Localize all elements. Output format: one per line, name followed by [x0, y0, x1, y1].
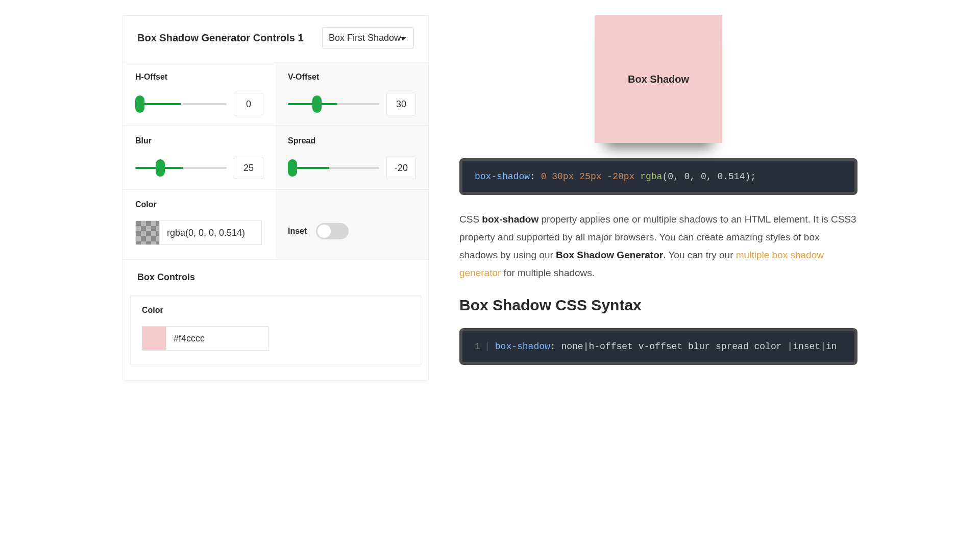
box-color-label: Color [142, 306, 409, 315]
inset-label: Inset [288, 227, 307, 236]
shadow-color-input[interactable] [160, 220, 262, 245]
h-offset-label: H-Offset [135, 72, 263, 82]
v-offset-control: V-Offset [276, 62, 428, 126]
preview-box: Box Shadow [595, 15, 722, 143]
blur-label: Blur [135, 136, 263, 145]
shadow-color-swatch[interactable] [135, 220, 160, 245]
v-offset-slider[interactable] [288, 103, 379, 105]
blur-control: Blur [123, 126, 276, 190]
blur-slider[interactable] [135, 167, 227, 169]
spread-label: Spread [288, 136, 416, 145]
spread-slider[interactable] [288, 167, 379, 169]
box-controls-title: Box Controls [123, 260, 428, 288]
h-offset-control: H-Offset [123, 62, 276, 126]
blur-value[interactable] [234, 157, 263, 179]
h-offset-slider[interactable] [135, 103, 227, 105]
syntax-code: 1box-shadow: none|h-offset v-offset blur… [459, 328, 857, 365]
v-offset-value[interactable] [386, 93, 416, 115]
spread-value[interactable] [386, 157, 416, 179]
controls-panel: Box Shadow Generator Controls 1 Box Firs… [122, 15, 429, 380]
shadow-select[interactable]: Box First Shadow [322, 27, 414, 48]
shadow-color-control: Color [123, 190, 276, 260]
inset-toggle[interactable] [316, 223, 349, 239]
preview-label: Box Shadow [628, 73, 689, 85]
v-offset-label: V-Offset [288, 72, 416, 82]
generated-css-code: box-shadow: 0 30px 25px -20px rgba(0, 0,… [459, 158, 857, 195]
box-color-input[interactable] [166, 326, 268, 351]
h-offset-value[interactable] [234, 93, 263, 115]
description-text: CSS box-shadow property applies one or m… [459, 210, 857, 282]
box-color-swatch[interactable] [142, 326, 166, 351]
spread-control: Spread [276, 126, 428, 190]
box-color-control: Color [130, 295, 421, 364]
shadow-color-label: Color [135, 200, 263, 209]
inset-control: Inset [276, 190, 428, 260]
preview-panel: Box Shadow box-shadow: 0 30px 25px -20px… [459, 15, 857, 380]
controls-title: Box Shadow Generator Controls 1 [137, 32, 304, 44]
syntax-heading: Box Shadow CSS Syntax [459, 297, 857, 314]
